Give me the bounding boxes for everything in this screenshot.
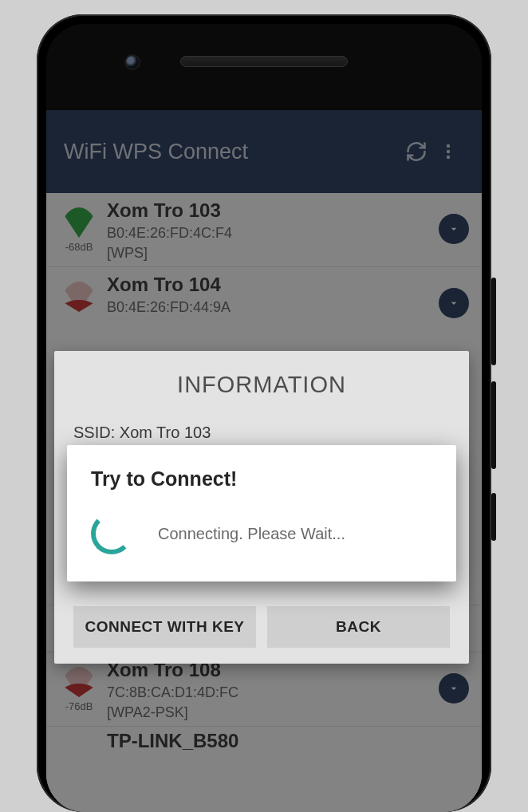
- app-screen: WiFi WPS Connect: [46, 110, 482, 812]
- phone-side-button: [491, 278, 496, 365]
- spinner-icon: [91, 513, 132, 554]
- phone-camera: [124, 54, 140, 70]
- connect-with-key-button[interactable]: CONNECT WITH KEY: [73, 606, 256, 648]
- connecting-message: Connecting. Please Wait...: [158, 525, 345, 543]
- connecting-title: Try to Connect!: [91, 467, 432, 491]
- dialog-ssid-line: SSID: Xom Tro 103: [73, 424, 450, 442]
- back-button[interactable]: BACK: [267, 606, 450, 648]
- phone-side-button: [491, 381, 496, 469]
- connecting-dialog: Try to Connect! Connecting. Please Wait.…: [67, 445, 456, 581]
- phone-side-button: [491, 493, 496, 541]
- phone-speaker: [180, 56, 348, 67]
- dialog-title: INFORMATION: [73, 372, 450, 398]
